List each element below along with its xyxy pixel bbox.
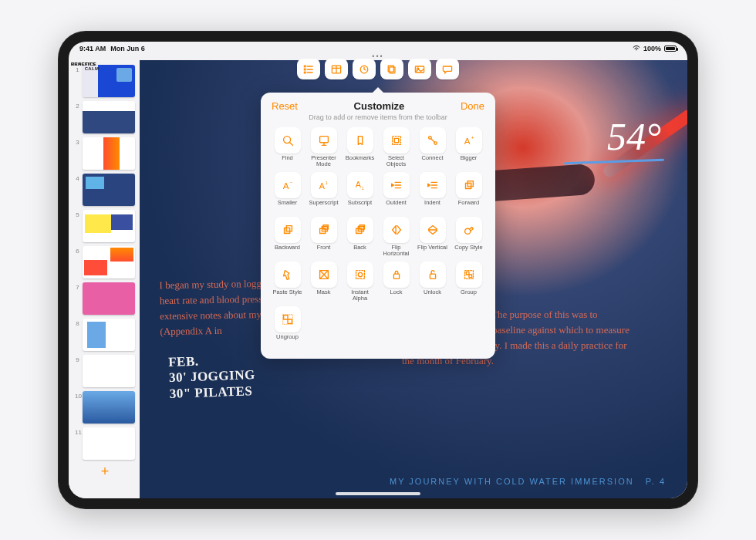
tool-unlock[interactable]: Unlock bbox=[417, 262, 448, 303]
tool-backward[interactable]: Backward bbox=[272, 217, 303, 258]
slide-thumbnail[interactable]: 1CALM bbox=[75, 65, 135, 97]
lock-icon bbox=[383, 262, 410, 288]
svg-text:A: A bbox=[355, 180, 361, 189]
tool-label: Bookmarks bbox=[346, 155, 375, 169]
svg-rect-41 bbox=[467, 181, 473, 187]
toolbar-table-button[interactable] bbox=[325, 59, 348, 79]
tool-label: Front bbox=[317, 245, 331, 258]
mask-icon bbox=[311, 262, 337, 288]
customize-toolbar-popover: Reset Customize Done Drag to add or remo… bbox=[261, 93, 495, 359]
tool-connect[interactable]: Connect bbox=[417, 127, 448, 169]
home-indicator[interactable] bbox=[336, 492, 420, 495]
slide-number: 11 bbox=[75, 427, 79, 436]
slide-thumbnail[interactable]: 5 bbox=[75, 210, 135, 242]
slide-preview bbox=[83, 174, 135, 206]
status-time: 9:41 AM bbox=[79, 45, 106, 52]
slide-preview bbox=[83, 282, 135, 315]
slide-preview: CALM bbox=[83, 65, 135, 97]
tool-smaller[interactable]: A−Smaller bbox=[272, 172, 303, 214]
reset-button[interactable]: Reset bbox=[272, 100, 298, 112]
tool-indent[interactable]: Indent bbox=[417, 172, 448, 214]
tool-search[interactable]: Find bbox=[272, 127, 303, 169]
toolbar-copy-button[interactable] bbox=[380, 59, 403, 79]
slide-thumbnail[interactable]: 3 bbox=[75, 137, 135, 170]
tool-group[interactable]: Group bbox=[453, 262, 484, 303]
slide-preview bbox=[83, 137, 135, 170]
slide-number: 5 bbox=[75, 210, 79, 218]
temperature-heading: 54° bbox=[598, 114, 662, 159]
tool-label: Unlock bbox=[424, 289, 441, 303]
toolbar-list-button[interactable] bbox=[297, 59, 320, 79]
svg-text:A: A bbox=[319, 181, 325, 191]
back-icon bbox=[347, 217, 373, 243]
svg-rect-1 bbox=[304, 69, 305, 70]
svg-rect-54 bbox=[393, 274, 399, 278]
tool-outdent[interactable]: Outdent bbox=[380, 172, 412, 214]
tool-presenter[interactable]: Presenter Mode bbox=[308, 127, 339, 169]
tool-label: Superscript bbox=[309, 200, 339, 214]
svg-text:1: 1 bbox=[325, 181, 327, 185]
pastestyle-icon bbox=[275, 262, 301, 288]
tool-pastestyle[interactable]: Paste Style bbox=[272, 262, 303, 303]
tool-label: Forward bbox=[458, 200, 480, 214]
tool-ungroup[interactable]: Ungroup bbox=[272, 306, 303, 348]
tool-select[interactable]: Select Objects bbox=[380, 127, 412, 169]
svg-rect-46 bbox=[323, 225, 328, 229]
slide-navigator-sidebar[interactable]: 1CALM2BENEFITS34567891011PRACTICE+ bbox=[69, 60, 140, 498]
tool-label: Outdent bbox=[386, 200, 407, 214]
slide-number: 4 bbox=[75, 174, 79, 182]
toolbar-clock-button[interactable] bbox=[353, 59, 376, 79]
slide-thumbnail[interactable]: 7 bbox=[75, 282, 135, 315]
svg-rect-55 bbox=[430, 274, 435, 278]
tool-subscript[interactable]: A1Subscript bbox=[344, 172, 376, 214]
tool-front[interactable]: Front bbox=[308, 217, 339, 258]
copystyle-icon bbox=[456, 217, 482, 243]
forward-icon bbox=[456, 172, 482, 198]
tool-mask[interactable]: Mask bbox=[308, 262, 339, 303]
tool-alpha[interactable]: Instant Alpha bbox=[344, 262, 376, 303]
tool-copystyle[interactable]: Copy Style bbox=[453, 217, 484, 258]
tool-label: Mask bbox=[317, 289, 331, 303]
svg-rect-57 bbox=[466, 272, 469, 275]
tool-bookmark[interactable]: Bookmarks bbox=[344, 127, 376, 169]
tool-superscript[interactable]: A1Superscript bbox=[308, 172, 339, 214]
tool-label: Presenter Mode bbox=[308, 155, 339, 169]
svg-line-25 bbox=[430, 139, 434, 143]
slide-thumbnail[interactable]: 11PRACTICE bbox=[75, 427, 135, 460]
ipad-device-frame: 9:41 AM Mon Jun 6 100% ••• 1CALM2BENEF bbox=[58, 31, 698, 509]
toolbar-image-button[interactable] bbox=[408, 59, 431, 79]
tool-lock[interactable]: Lock bbox=[380, 262, 412, 303]
tool-label: Connect bbox=[422, 155, 444, 169]
tool-grid: FindPresenter ModeBookmarksSelect Object… bbox=[272, 127, 484, 348]
tool-label: Instant Alpha bbox=[344, 289, 376, 303]
svg-rect-0 bbox=[304, 66, 305, 67]
slide-thumbnail[interactable]: 4 bbox=[75, 174, 135, 206]
tool-label: Copy Style bbox=[454, 245, 482, 258]
svg-text:1: 1 bbox=[361, 186, 363, 191]
tool-fliph[interactable]: Flip Horizontal bbox=[380, 217, 412, 258]
svg-line-11 bbox=[364, 69, 366, 70]
ipad-screen: 9:41 AM Mon Jun 6 100% ••• 1CALM2BENEF bbox=[69, 42, 687, 498]
slide-thumbnail[interactable]: 2BENEFITS bbox=[75, 101, 135, 133]
done-button[interactable]: Done bbox=[461, 100, 484, 112]
tool-flipv[interactable]: Flip Vertical bbox=[417, 217, 448, 258]
slide-thumbnail[interactable]: 10 bbox=[75, 391, 135, 424]
select-icon bbox=[383, 127, 410, 154]
front-icon bbox=[311, 217, 337, 243]
slide-thumbnail[interactable]: 9 bbox=[75, 355, 135, 387]
group-icon bbox=[456, 262, 482, 288]
tool-label: Ungroup bbox=[276, 334, 299, 348]
slide-preview bbox=[83, 210, 135, 242]
slide-thumbnail[interactable]: 6 bbox=[75, 246, 135, 278]
bigger-icon: A+ bbox=[456, 127, 482, 154]
svg-rect-2 bbox=[304, 72, 305, 73]
slide-thumbnail[interactable]: 8 bbox=[75, 319, 135, 351]
tool-back[interactable]: Back bbox=[344, 217, 376, 258]
slide-number: 3 bbox=[75, 137, 79, 146]
tool-forward[interactable]: Forward bbox=[453, 172, 484, 214]
toolbar-comment-button[interactable] bbox=[436, 59, 459, 79]
tool-label: Find bbox=[282, 155, 293, 169]
tool-bigger[interactable]: A+Bigger bbox=[453, 127, 484, 169]
add-slide-button[interactable]: + bbox=[75, 464, 135, 480]
svg-rect-18 bbox=[319, 137, 328, 143]
